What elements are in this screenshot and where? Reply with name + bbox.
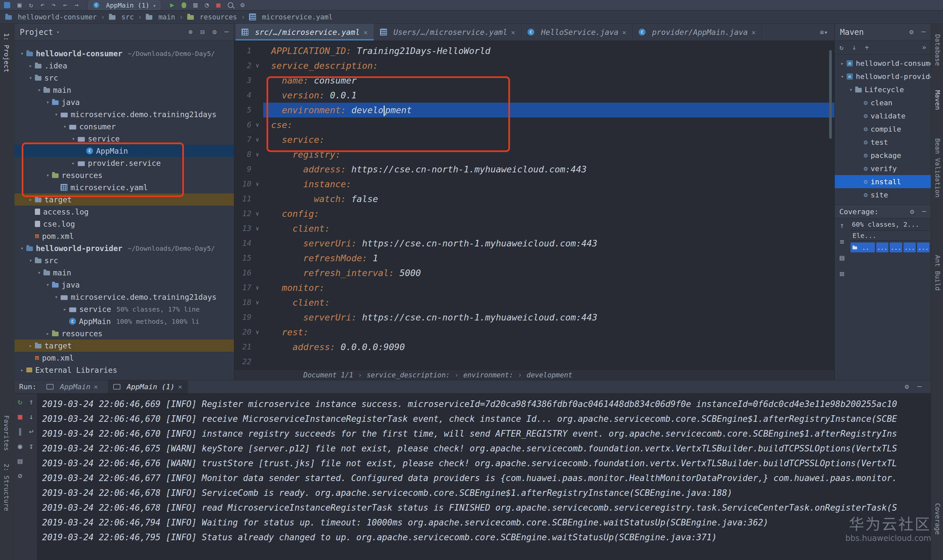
tree-row-microservice-demo-training21days[interactable]: ▾microservice.demo.training21days [14, 291, 234, 303]
expand-arrow-icon[interactable]: ▾ [43, 282, 52, 288]
code-line-8[interactable]: 8∨ registry: [234, 147, 834, 162]
expand-arrow-icon[interactable]: ▾ [18, 50, 26, 57]
tree-row-main[interactable]: ▾main [14, 266, 234, 279]
clear-icon[interactable]: ⊘ [18, 472, 22, 480]
expand-arrow-icon[interactable]: ▾ [52, 294, 60, 300]
status-breadcrumb-item[interactable]: service_description: [366, 371, 450, 379]
tool-button-maven[interactable]: Maven [934, 90, 942, 110]
expand-arrow-icon[interactable]: ▸ [43, 330, 52, 337]
softwrap-icon[interactable]: ↩ [29, 428, 34, 435]
add-icon[interactable]: + [865, 44, 869, 51]
back-icon[interactable]: ← [63, 2, 68, 9]
code-line-16[interactable]: 16 refresh_interval: 5000 [234, 266, 834, 280]
stop-icon[interactable]: ■ [216, 2, 220, 9]
status-breadcrumb-item[interactable]: environment: [463, 371, 513, 379]
tree-row-lifecycle[interactable]: ▾Lifecycle [835, 83, 931, 96]
tree-row-appmain[interactable]: AppMain100% methods, 100% li [14, 315, 234, 328]
tree-row-helloworld-provider[interactable]: ▾helloworld-provider [835, 70, 931, 83]
code-line-22[interactable]: 22 [234, 354, 834, 369]
forward-icon[interactable]: → [74, 2, 78, 9]
locate-icon[interactable]: ⊕ [188, 29, 192, 35]
sync-icon[interactable]: ↻ [839, 44, 844, 51]
tool-button-project[interactable]: 1: Project [3, 33, 11, 72]
expand-arrow-icon[interactable]: ▾ [43, 172, 52, 178]
tree-row-package[interactable]: ⚙package [835, 149, 931, 162]
expand-arrow-icon[interactable]: ▾ [52, 111, 60, 117]
scroll-end-icon[interactable]: ↧ [29, 443, 34, 450]
tree-row-service[interactable]: ▸service50% classes, 17% line [14, 303, 234, 315]
settings-icon[interactable]: ⚙ [240, 2, 245, 9]
code-line-10[interactable]: 10∨ instance: [234, 177, 834, 191]
fold-arrow-icon[interactable]: ∨ [251, 58, 263, 73]
expand-arrow-icon[interactable]: ▾ [838, 73, 847, 80]
debug-icon[interactable] [182, 2, 186, 8]
run-tab-appmain[interactable]: AppMain [41, 380, 103, 393]
tool-button-bean-validation[interactable]: Bean Validation [934, 138, 942, 198]
editor-tab-provider-appmain-java[interactable]: provider/AppMain.java [633, 24, 762, 40]
code-line-12[interactable]: 12∨ config: [234, 206, 834, 221]
project-panel-title[interactable]: Project [20, 28, 53, 37]
coverage-column-header[interactable]: Ele... [849, 230, 931, 241]
up-icon[interactable]: ↑ [29, 398, 34, 406]
code-line-13[interactable]: 13∨ client: [234, 221, 834, 236]
report-icon[interactable]: ▤ [840, 254, 844, 262]
editor-tab-microservice-yaml[interactable]: src/…/microservice.yaml [235, 24, 374, 40]
code-line-19[interactable]: 19 serverUri: https://cse.cn-north-1.myh… [234, 310, 834, 325]
expand-arrow-icon[interactable]: ▾ [35, 269, 43, 276]
export-icon[interactable]: ⊞ [840, 270, 844, 278]
close-tab-icon[interactable] [178, 383, 182, 391]
expand-arrow-icon[interactable]: ▾ [26, 257, 35, 263]
run-tab-appmain-1[interactable]: AppMain (1) [108, 380, 188, 393]
tree-row-compile[interactable]: ⚙compile [835, 122, 931, 135]
profiler-icon[interactable]: ◔ [205, 2, 209, 9]
tree-row-target[interactable]: ▸target [14, 340, 234, 352]
coverage-icon[interactable]: ▨ [194, 2, 198, 9]
flatten-icon[interactable]: ≡ [840, 238, 844, 245]
expand-arrow-icon[interactable]: ▸ [69, 160, 78, 166]
close-tab-icon[interactable] [752, 28, 756, 37]
code-line-17[interactable]: 17∨ monitor: [234, 280, 834, 295]
save-all-icon[interactable]: ▣ [17, 2, 22, 9]
expand-arrow-icon[interactable]: ▸ [26, 343, 35, 349]
code-line-7[interactable]: 7∨ service: [234, 132, 834, 147]
editor-tab-helloservice-java[interactable]: HelloService.java [521, 24, 633, 40]
breadcrumb-item[interactable]: helloworld-consumer [5, 13, 97, 21]
tool-button-ant-build[interactable]: Ant Build [934, 255, 942, 291]
code-line-11[interactable]: 11 watch: false [234, 191, 834, 206]
tool-button-favorites[interactable]: Favorites [3, 415, 11, 451]
tree-row--idea[interactable]: ▸.idea [14, 60, 234, 72]
tree-row-consumer[interactable]: ▾consumer [14, 120, 234, 132]
settings-icon[interactable]: ⚙ [910, 208, 914, 215]
coverage-cell[interactable]: .. [851, 243, 875, 252]
breadcrumb-item[interactable]: resources [187, 13, 237, 21]
coverage-table-row[interactable]: .............. [849, 241, 931, 254]
code-line-2[interactable]: 2∨service_description: [234, 58, 834, 73]
tree-row-resources[interactable]: ▾resources [14, 169, 234, 181]
status-breadcrumb-item[interactable]: development [526, 371, 572, 379]
pause-icon[interactable]: ∥ [18, 428, 22, 435]
stop-icon[interactable]: ■ [18, 413, 22, 420]
tree-row-helloworld-consumer[interactable]: ▾helloworld-consumer~/Downloads/Demo-Day… [14, 48, 234, 60]
status-breadcrumb-item[interactable]: Document 1/1 [303, 371, 353, 379]
editor-tab-users-microservice-yaml[interactable]: Users/…/microservice.yaml [374, 24, 521, 40]
hide-icon[interactable]: ─ [922, 208, 926, 215]
down-icon[interactable]: ↓ [29, 413, 34, 420]
run-config-combo[interactable]: AppMain (1) [89, 1, 160, 10]
code-line-20[interactable]: 20∨ rest: [234, 325, 834, 340]
tree-row-resources[interactable]: ▸resources [14, 328, 234, 340]
tree-row-appmain[interactable]: AppMain [14, 145, 234, 157]
tree-row-microservice-demo-training21days[interactable]: ▾microservice.demo.training21days [14, 108, 234, 120]
more-icon[interactable]: » [922, 44, 926, 51]
code-line-15[interactable]: 15 refreshMode: 1 [234, 251, 834, 266]
tree-row-java[interactable]: ▾java [14, 279, 234, 291]
tree-row-install[interactable]: ⚙install [835, 175, 931, 188]
expand-arrow-icon[interactable]: ▸ [60, 306, 69, 312]
coverage-cell[interactable]: ... [876, 243, 889, 252]
fold-arrow-icon[interactable]: ∨ [251, 117, 263, 132]
tree-row-provider-service[interactable]: ▸provider.service [14, 157, 234, 169]
fold-arrow-icon[interactable]: ∨ [251, 177, 263, 191]
tree-row-microservice-yaml[interactable]: microservice.yaml [14, 181, 234, 194]
editor-code[interactable]: 1APPLICATION_ID: Training21Days-HelloWor… [234, 41, 834, 370]
settings-icon[interactable]: ⚙ [905, 383, 909, 390]
expand-arrow-icon[interactable]: ▸ [838, 60, 847, 66]
